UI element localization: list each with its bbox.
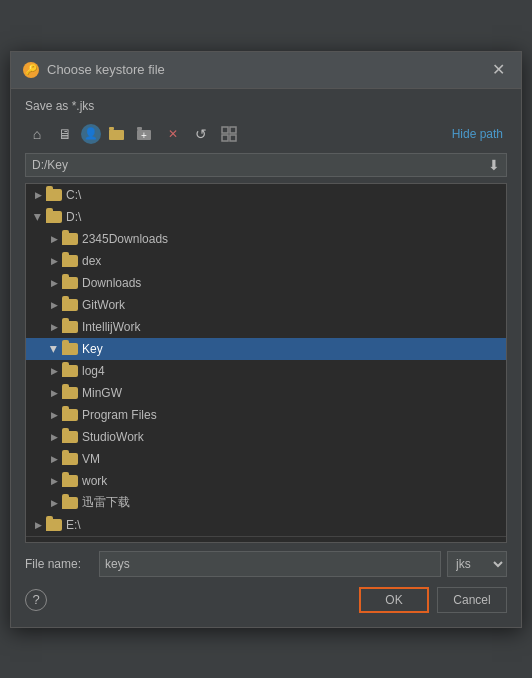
cancel-button[interactable]: Cancel	[437, 587, 507, 613]
tree-item[interactable]: ▶ work	[26, 470, 506, 492]
action-buttons: OK Cancel	[359, 587, 507, 613]
path-bar: ⬇	[25, 153, 507, 177]
folder-icon	[62, 277, 78, 289]
tree-arrow: ▶	[46, 363, 62, 379]
tree-arrow: ▶	[46, 231, 62, 247]
refresh-button[interactable]: ↺	[189, 123, 213, 145]
choose-keystore-dialog: 🔑 Choose keystore file ✕ Save as *.jks ⌂…	[10, 51, 522, 628]
download-icon: ⬇	[488, 157, 500, 173]
tree-item-label: C:\	[66, 188, 81, 202]
tree-item-label: D:\	[66, 210, 81, 224]
folder-icon	[62, 365, 78, 377]
folder-icon	[62, 453, 78, 465]
tree-item[interactable]: ▶ StudioWork	[26, 426, 506, 448]
home-button[interactable]: ⌂	[25, 123, 49, 145]
folder-icon	[46, 519, 62, 531]
tree-item-key[interactable]: ▶ Key	[26, 338, 506, 360]
tree-item[interactable]: ▶ dex	[26, 250, 506, 272]
tree-item[interactable]: ▶ Program Files	[26, 404, 506, 426]
tree-item[interactable]: ▶ 2345Downloads	[26, 228, 506, 250]
tree-arrow: ▶	[46, 319, 62, 335]
svg-rect-6	[222, 127, 228, 133]
tree-arrow: ▶	[46, 275, 62, 291]
tree-item[interactable]: ▶ Downloads	[26, 272, 506, 294]
tree-arrow: ▶	[46, 495, 62, 511]
folder-icon	[62, 255, 78, 267]
folder-icon	[62, 233, 78, 245]
tree-item-label: log4	[82, 364, 105, 378]
user-button[interactable]: 👤	[81, 124, 101, 144]
tree-arrow: ▶	[30, 187, 46, 203]
tree-item[interactable]: ▶ E:\	[26, 514, 506, 536]
tree-item-label: MinGW	[82, 386, 122, 400]
title-bar-left: 🔑 Choose keystore file	[23, 62, 165, 78]
file-name-row: File name: jks bks p12	[25, 551, 507, 577]
folder-icon	[62, 321, 78, 333]
svg-rect-9	[230, 135, 236, 141]
tree-item-label: E:\	[66, 518, 81, 532]
tree-item-label: dex	[82, 254, 101, 268]
tree-item-label: work	[82, 474, 107, 488]
tree-arrow: ▶	[46, 253, 62, 269]
folder-button[interactable]	[105, 123, 129, 145]
tree-item-label: VM	[82, 452, 100, 466]
delete-button[interactable]: ✕	[161, 123, 185, 145]
tree-item[interactable]: ▶ VM	[26, 448, 506, 470]
tree-item[interactable]: ▶ MinGW	[26, 382, 506, 404]
tree-arrow: ▶	[30, 517, 46, 533]
title-bar: 🔑 Choose keystore file ✕	[11, 52, 521, 89]
tree-item-label: Key	[82, 342, 103, 356]
new-folder-button[interactable]: +	[133, 123, 157, 145]
tree-item[interactable]: ▶ GitWork	[26, 294, 506, 316]
folder-icon	[46, 211, 62, 223]
svg-rect-7	[230, 127, 236, 133]
tree-item[interactable]: ▶ IntellijWork	[26, 316, 506, 338]
file-name-input[interactable]	[99, 551, 441, 577]
svg-rect-1	[109, 130, 116, 133]
bookmark-button[interactable]	[217, 123, 241, 145]
tree-arrow: ▶	[46, 385, 62, 401]
folder-icon	[62, 387, 78, 399]
toolbar: ⌂ 🖥 👤 + ✕ ↺ Hide path	[25, 121, 507, 147]
computer-button[interactable]: 🖥	[53, 123, 77, 145]
button-row: ? OK Cancel	[25, 587, 507, 617]
help-button[interactable]: ?	[25, 589, 47, 611]
tree-arrow: ▶	[30, 209, 46, 225]
dialog-icon: 🔑	[23, 62, 39, 78]
svg-text:+: +	[141, 130, 147, 141]
folder-icon	[62, 497, 78, 509]
tree-item-label: GitWork	[82, 298, 125, 312]
tree-item[interactable]: ▶ log4	[26, 360, 506, 382]
drag-hint: Drag and drop a file into the space abov…	[26, 536, 506, 543]
tree-arrow: ▶	[46, 407, 62, 423]
tree-item-label: 2345Downloads	[82, 232, 168, 246]
svg-rect-2	[109, 127, 114, 130]
svg-rect-8	[222, 135, 228, 141]
dialog-body: Save as *.jks ⌂ 🖥 👤 + ✕ ↺ Hide path ⬇	[11, 89, 521, 627]
extension-select[interactable]: jks bks p12	[447, 551, 507, 577]
ok-button[interactable]: OK	[359, 587, 429, 613]
tree-item-label: Program Files	[82, 408, 157, 422]
folder-icon	[62, 343, 78, 355]
save-as-label: Save as *.jks	[25, 99, 507, 113]
tree-item[interactable]: ▶ D:\	[26, 206, 506, 228]
tree-arrow: ▶	[46, 297, 62, 313]
tree-item-label: Downloads	[82, 276, 141, 290]
tree-item-label: StudioWork	[82, 430, 144, 444]
close-button[interactable]: ✕	[488, 60, 509, 80]
folder-icon	[62, 299, 78, 311]
folder-icon	[46, 189, 62, 201]
folder-icon	[62, 431, 78, 443]
folder-icon	[62, 409, 78, 421]
tree-arrow: ▶	[46, 473, 62, 489]
hide-path-button[interactable]: Hide path	[448, 125, 507, 143]
tree-arrow: ▶	[46, 451, 62, 467]
dialog-title: Choose keystore file	[47, 62, 165, 77]
tree-item[interactable]: ▶ C:\	[26, 184, 506, 206]
folder-icon	[62, 475, 78, 487]
tree-item[interactable]: ▶ 迅雷下载	[26, 492, 506, 514]
path-input[interactable]	[32, 158, 482, 172]
file-tree[interactable]: ▶ C:\ ▶ D:\ ▶ 2345Downloads ▶ dex	[25, 183, 507, 543]
tree-arrow: ▶	[46, 341, 62, 357]
file-name-label: File name:	[25, 557, 93, 571]
